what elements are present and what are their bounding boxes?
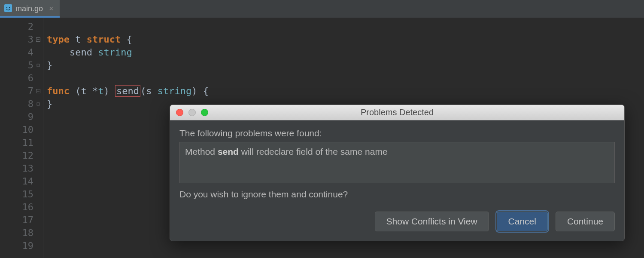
line-number: 4 [0, 46, 33, 59]
svg-rect-0 [4, 4, 12, 12]
line-number: 15 [0, 188, 33, 201]
gutter: 2345678910111213141516171819 [0, 18, 43, 258]
problems-dialog: Problems Detected The following problems… [170, 104, 625, 241]
dialog-title: Problems Detected [170, 108, 624, 117]
line-number: 5 [0, 59, 33, 72]
line-number: 12 [0, 149, 33, 162]
show-conflicts-button[interactable]: Show Conflicts in View [375, 212, 489, 231]
line-number: 13 [0, 162, 33, 175]
highlighted-method-name: send [115, 85, 140, 97]
tab-close-icon[interactable]: × [49, 4, 54, 13]
svg-point-2 [9, 7, 10, 8]
go-file-icon [4, 4, 12, 14]
line-number: 7 [0, 85, 33, 98]
code-line [47, 72, 644, 85]
line-number: 19 [0, 240, 33, 252]
tab-main-go[interactable]: main.go × [0, 0, 60, 18]
line-number: 17 [0, 214, 33, 227]
code-line: } [47, 59, 644, 72]
code-line: send string [47, 46, 644, 59]
line-number: 18 [0, 227, 33, 240]
line-number: 8 [0, 98, 33, 111]
fold-close-icon[interactable] [35, 98, 41, 111]
line-number: 9 [0, 111, 33, 123]
code-line: type t struct { [47, 33, 644, 46]
line-number: 14 [0, 175, 33, 188]
line-number: 10 [0, 123, 33, 136]
code-line [47, 20, 644, 33]
tab-bar: main.go × [0, 0, 644, 18]
dialog-question: Do you wish to ignore them and continue? [179, 189, 615, 200]
line-number: 16 [0, 201, 33, 214]
fold-open-icon[interactable] [35, 85, 41, 98]
code-line: func (t *t) send(s string) { [47, 85, 644, 98]
svg-rect-4 [37, 64, 39, 67]
svg-point-1 [6, 7, 7, 8]
dialog-buttons: Show Conflicts in View Cancel Continue [179, 212, 615, 231]
cancel-button[interactable]: Cancel [497, 212, 548, 231]
fold-open-icon[interactable] [35, 33, 41, 46]
line-number: 2 [0, 20, 33, 33]
dialog-titlebar[interactable]: Problems Detected [170, 105, 624, 120]
continue-button[interactable]: Continue [556, 212, 615, 231]
line-number: 6 [0, 72, 33, 85]
problems-label: The following problems were found: [179, 128, 615, 138]
line-number: 3 [0, 33, 33, 46]
tab-label: main.go [15, 4, 43, 13]
line-number: 11 [0, 136, 33, 149]
problems-list[interactable]: Method send will redeclare field of the … [179, 142, 615, 183]
tab-active-underline [0, 16, 60, 18]
svg-rect-6 [37, 103, 39, 105]
dialog-body: The following problems were found: Metho… [170, 120, 624, 241]
fold-close-icon[interactable] [35, 59, 41, 72]
